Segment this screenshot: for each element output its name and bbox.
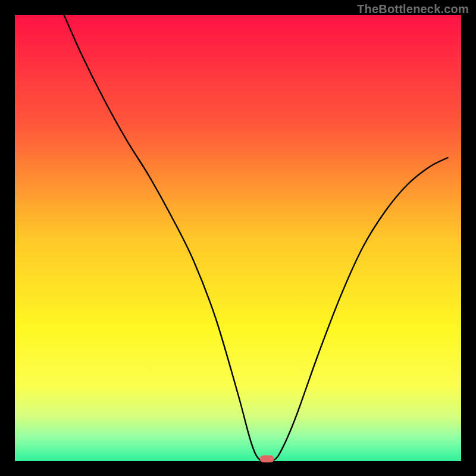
optimum-marker bbox=[260, 455, 274, 462]
bottleneck-chart bbox=[0, 0, 476, 476]
watermark-text: TheBottleneck.com bbox=[357, 2, 469, 16]
chart-container: TheBottleneck.com bbox=[0, 0, 476, 476]
